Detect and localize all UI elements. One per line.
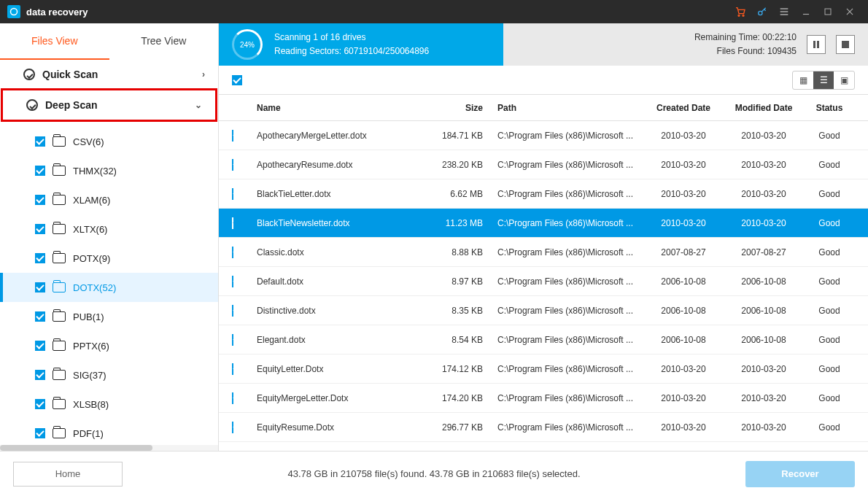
col-size[interactable]: Size [425, 103, 497, 113]
stop-button[interactable] [836, 35, 855, 54]
minimize-icon[interactable] [795, 0, 817, 23]
cell-modified: 2006-10-08 [724, 306, 804, 316]
checkbox-icon[interactable] [35, 136, 45, 147]
app-title: data recovery [26, 7, 88, 18]
table-row[interactable]: Default.dotx8.97 KBC:\Program Files (x86… [219, 267, 868, 296]
files-found: Files Found: 109435 [694, 44, 797, 58]
cart-icon[interactable] [729, 0, 751, 23]
row-checkbox[interactable] [232, 305, 233, 317]
col-status[interactable]: Status [804, 103, 855, 113]
titlebar: data recovery [0, 0, 868, 23]
section-label: Deep Scan [45, 99, 98, 111]
checkbox-icon[interactable] [35, 224, 45, 234]
row-checkbox[interactable] [232, 217, 233, 229]
table-row[interactable]: Classic.dotx8.88 KBC:\Program Files (x86… [219, 238, 868, 267]
menu-icon[interactable] [773, 0, 795, 23]
tree-item[interactable]: POTX(9) [0, 244, 218, 273]
cell-status: Good [804, 335, 855, 345]
cell-status: Good [804, 422, 855, 433]
tree-item-label: CSV(6) [73, 136, 104, 147]
checkbox-icon[interactable] [35, 195, 45, 205]
tree-item[interactable]: XLSB(8) [0, 390, 218, 419]
chevron-down-icon: ⌄ [195, 100, 202, 110]
folder-icon [53, 428, 66, 438]
cell-name: Default.dotx [254, 276, 425, 287]
row-checkbox[interactable] [232, 422, 233, 433]
recover-button[interactable]: Recover [745, 461, 855, 487]
quick-scan-section[interactable]: Quick Scan › [0, 60, 218, 89]
col-name[interactable]: Name [254, 103, 425, 113]
check-circle-icon [26, 99, 38, 111]
checkbox-icon[interactable] [35, 282, 45, 292]
table-row[interactable]: ApothecaryResume.dotx238.20 KBC:\Program… [219, 150, 868, 179]
table-row[interactable]: ApothecaryMergeLetter.dotx184.71 KBC:\Pr… [219, 121, 868, 150]
tree-item[interactable]: PUB(1) [0, 302, 218, 331]
cell-size: 11.23 MB [425, 218, 497, 228]
checkbox-icon[interactable] [35, 428, 45, 438]
home-button[interactable]: Home [13, 462, 123, 487]
checkbox-icon[interactable] [35, 311, 45, 322]
tree-item[interactable]: SIG(37) [0, 360, 218, 390]
deep-scan-section[interactable]: Deep Scan ⌄ [3, 90, 215, 120]
tab-files-view[interactable]: Files View [0, 23, 109, 60]
folder-icon [53, 195, 66, 205]
table-row[interactable]: BlackTieLetter.dotx6.62 MBC:\Program Fil… [219, 179, 868, 209]
row-checkbox[interactable] [232, 188, 233, 200]
key-icon[interactable] [751, 0, 773, 23]
select-all-checkbox[interactable] [232, 75, 242, 85]
cell-size: 174.20 KB [425, 393, 497, 403]
cell-name: BlackTieLetter.dotx [254, 189, 425, 199]
table-row[interactable]: Distinctive.dotx8.35 KBC:\Program Files … [219, 296, 868, 325]
tree-item[interactable]: PDF(1) [0, 419, 218, 445]
folder-icon [53, 311, 66, 322]
maximize-icon[interactable] [817, 0, 839, 23]
close-icon[interactable] [839, 0, 861, 23]
table-row[interactable]: EquityResume.Dotx296.77 KBC:\Program Fil… [219, 413, 868, 442]
table-row[interactable]: EquityLetter.Dotx174.12 KBC:\Program Fil… [219, 354, 868, 384]
cell-path: C:\Program Files (x86)\Microsoft ... [497, 306, 643, 316]
folder-icon [53, 282, 66, 292]
tree-item[interactable]: XLAM(6) [0, 185, 218, 214]
table-row[interactable]: EquityMergeLetter.Dotx174.20 KBC:\Progra… [219, 384, 868, 413]
tree-item[interactable]: DOTX(52) [0, 273, 218, 302]
pause-button[interactable] [807, 35, 826, 54]
view-mode-toggle: ▦ ☰ ▣ [792, 71, 855, 90]
cell-modified: 2010-03-20 [724, 131, 804, 141]
grid-view-icon[interactable]: ▦ [793, 71, 813, 89]
tree-item[interactable]: CSV(6) [0, 127, 218, 156]
app-logo-icon [7, 5, 20, 18]
checkbox-icon[interactable] [35, 166, 45, 176]
row-checkbox[interactable] [232, 363, 233, 375]
file-type-tree[interactable]: CSV(6)THMX(32)XLAM(6)XLTX(6)POTX(9)DOTX(… [0, 121, 218, 445]
col-path[interactable]: Path [497, 103, 643, 113]
cell-created: 2010-03-20 [643, 422, 724, 433]
row-checkbox[interactable] [232, 159, 233, 171]
table-row[interactable]: Elegant.dotx8.54 KBC:\Program Files (x86… [219, 325, 868, 354]
row-checkbox[interactable] [232, 276, 233, 287]
cell-status: Good [804, 218, 855, 228]
cell-created: 2010-03-20 [643, 364, 724, 374]
row-checkbox[interactable] [232, 130, 233, 142]
row-checkbox[interactable] [232, 247, 233, 258]
cell-modified: 2006-10-08 [724, 276, 804, 287]
tree-item[interactable]: PPTX(6) [0, 331, 218, 360]
checkbox-icon[interactable] [35, 370, 45, 380]
tree-item[interactable]: THMX(32) [0, 156, 218, 185]
cell-size: 8.88 KB [425, 247, 497, 257]
tree-item[interactable]: XLTX(6) [0, 214, 218, 244]
list-view-icon[interactable]: ☰ [813, 71, 834, 89]
col-modified[interactable]: Modified Date [724, 103, 804, 113]
col-created[interactable]: Created Date [643, 103, 724, 113]
checkbox-icon[interactable] [35, 253, 45, 263]
tree-item-label: XLSB(8) [73, 399, 109, 410]
checkbox-icon[interactable] [35, 399, 45, 409]
sidebar: Files View Tree View Quick Scan › Deep S… [0, 23, 219, 451]
row-checkbox[interactable] [232, 334, 233, 346]
row-checkbox[interactable] [232, 392, 233, 404]
detail-view-icon[interactable]: ▣ [834, 71, 854, 89]
checkbox-icon[interactable] [35, 341, 45, 351]
horizontal-scrollbar[interactable] [0, 445, 218, 451]
tab-tree-view[interactable]: Tree View [109, 23, 219, 60]
table-row[interactable]: BlackTieNewsletter.dotx11.23 MBC:\Progra… [219, 209, 868, 238]
folder-icon [53, 166, 66, 176]
